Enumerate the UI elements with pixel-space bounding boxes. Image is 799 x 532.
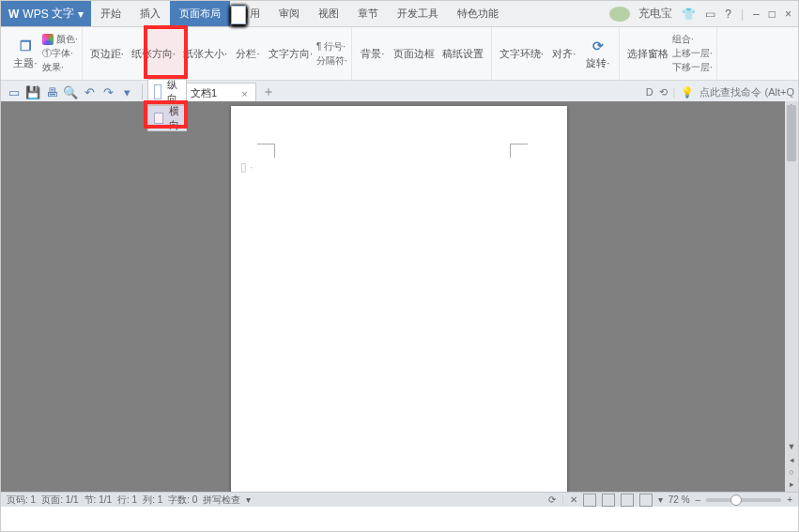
tab-page-layout[interactable]: 页面布局 [170, 1, 230, 26]
window-max-button[interactable]: □ [766, 8, 778, 21]
workspace: ▯ · ▲ ▼ ◂ ○ ▸ [1, 101, 798, 493]
status-page-count[interactable]: 页面: 1/1 [41, 494, 78, 507]
line-number-button[interactable]: ¶ 行号· [316, 40, 347, 53]
search-command-hint[interactable]: 点此查找命令 (Alt+Q [699, 85, 794, 99]
orientation-portrait[interactable]: 纵向 [147, 79, 187, 105]
group-button[interactable]: 组合· [672, 33, 713, 46]
window-min-button[interactable]: – [750, 8, 762, 21]
background-button[interactable]: 背景· [356, 29, 390, 78]
zoom-value[interactable]: 72 % [668, 494, 690, 505]
theme-icon: ❒ [17, 38, 34, 54]
new-tab-button[interactable]: ＋ [262, 84, 275, 100]
portrait-icon [154, 84, 161, 99]
refresh-icon[interactable]: ⟲ [659, 86, 668, 99]
rotate-button[interactable]: ⟳旋转· [581, 29, 615, 78]
tab-start[interactable]: 开始 [91, 1, 131, 26]
effect-button[interactable]: 效果· [42, 61, 78, 74]
color-icon [42, 34, 54, 45]
status-page-number[interactable]: 页码: 1 [7, 494, 36, 507]
print-icon[interactable]: 🖶 [44, 84, 59, 99]
doc-tab-close-icon[interactable]: × [241, 88, 247, 99]
ribbon: ❒ 主题· 颜色· ①字体· 效果· 页边距· 纸张方向· 纸张大小· 分栏· … [1, 27, 798, 81]
zoom-slider[interactable] [706, 498, 781, 502]
more-icon[interactable]: ▾ [119, 84, 134, 99]
text-wrap-button[interactable]: 文字环绕· [496, 29, 547, 78]
brand-prefix: WPS [23, 8, 48, 21]
orientation-dropdown: 纵向 横向 [147, 79, 187, 131]
page-border-button[interactable]: 页面边框 [390, 29, 438, 78]
ribbon-group-page: 页边距· 纸张方向· 纸张大小· 分栏· 文字方向· ¶ 行号· 分隔符· [83, 27, 352, 80]
status-spellcheck[interactable]: 拼写检查 [203, 494, 240, 507]
zoom-out-button[interactable]: – [696, 494, 701, 505]
margin-corner-tl [257, 144, 275, 158]
view-mode-outline-icon[interactable] [639, 494, 653, 507]
orientation-landscape[interactable]: 横向 [147, 105, 187, 131]
margin-button[interactable]: 页边距· [86, 29, 128, 78]
d-icon[interactable]: D [646, 86, 653, 98]
tab-chapter[interactable]: 章节 [348, 1, 388, 26]
open-icon[interactable]: ▭ [7, 84, 22, 99]
scroll-down-icon[interactable]: ▼ [785, 442, 798, 455]
tab-review[interactable]: 审阅 [269, 1, 309, 26]
zoom-dropdown-icon[interactable]: ▾ [658, 494, 663, 505]
columns-button[interactable]: 分栏· [231, 29, 265, 78]
tab-view[interactable]: 视图 [309, 1, 348, 26]
status-bar: 页码: 1 页面: 1/1 节: 1/1 行: 1 列: 1 字数: 0 拼写检… [1, 492, 798, 507]
margin-corner-tr [510, 144, 528, 158]
prev-page-icon[interactable]: ◂ [785, 455, 798, 468]
ribbon-group-theme: ❒ 主题· 颜色· ①字体· 效果· [5, 27, 83, 80]
zoom-in-button[interactable]: + [787, 494, 792, 505]
undo-icon[interactable]: ↶ [82, 84, 97, 99]
status-col[interactable]: 列: 1 [143, 494, 162, 507]
status-row[interactable]: 行: 1 [117, 494, 137, 507]
view-mode-print-icon[interactable] [583, 494, 596, 507]
align-button[interactable]: 对齐· [547, 29, 581, 78]
selection-pane-icon [231, 6, 246, 24]
account-name[interactable]: 充电宝 [636, 6, 675, 22]
view-mode-read-icon[interactable] [602, 494, 615, 507]
document-page[interactable]: ▯ · [231, 106, 567, 493]
color-button[interactable]: 颜色· [42, 33, 78, 46]
send-backward-button[interactable]: 下移一层· [672, 61, 713, 74]
theme-button[interactable]: ❒ 主题· [8, 29, 42, 78]
tab-insert[interactable]: 插入 [131, 1, 170, 26]
status-dropdown-icon[interactable]: ▾ [246, 494, 251, 505]
bulb-icon: 💡 [681, 86, 694, 99]
grid-paper-button[interactable]: 稿纸设置 [438, 29, 487, 78]
size-button[interactable]: 纸张大小· [179, 29, 231, 78]
tab-special[interactable]: 特色功能 [448, 1, 508, 26]
title-right: 充电宝 👕 ▭ ? | – □ × [609, 1, 794, 26]
redo-icon[interactable]: ↷ [100, 84, 115, 99]
main-tabs: 开始 插入 页面布局 引用 审阅 视图 章节 开发工具 特色功能 [91, 1, 508, 26]
window-close-button[interactable]: × [782, 8, 794, 21]
ribbon-group-layer: 选择窗格 组合· 上移一层· 下移一层· [620, 27, 717, 80]
view-mode-web-icon[interactable] [621, 494, 634, 507]
app-title-dropdown-icon[interactable]: ▾ [78, 8, 84, 21]
help-icon[interactable]: ? [722, 8, 734, 21]
scrollbar-thumb[interactable] [787, 105, 796, 161]
landscape-icon [154, 113, 163, 124]
next-page-icon[interactable]: ▸ [785, 479, 798, 493]
status-wordcount[interactable]: 字数: 0 [168, 494, 197, 507]
text-direction-button[interactable]: 文字方向· [265, 29, 316, 78]
fit-width-icon[interactable]: ✕ [570, 494, 577, 505]
orientation-button[interactable]: 纸张方向· [128, 29, 179, 78]
selection-pane-button[interactable]: 选择窗格 [623, 29, 672, 78]
app-title: W WPS 文字 ▾ [1, 1, 91, 26]
ribbon-group-background: 背景· 页面边框 稿纸设置 [352, 27, 492, 80]
avatar-icon[interactable] [609, 7, 630, 22]
doc-tab-name: 文档1 [191, 86, 217, 100]
ribbon-collapse-icon[interactable]: ▭ [702, 8, 718, 21]
save-icon[interactable]: 💾 [25, 84, 40, 99]
page-break-button[interactable]: 分隔符· [316, 54, 347, 68]
vertical-scrollbar[interactable]: ▲ ▼ ◂ ○ ▸ [785, 101, 798, 493]
preview-icon[interactable]: 🔍 [63, 84, 78, 99]
bring-forward-button[interactable]: 上移一层· [672, 47, 713, 60]
refresh-status-icon[interactable]: ⟳ [548, 494, 556, 505]
font-button[interactable]: ①字体· [42, 47, 78, 60]
skin-icon[interactable]: 👕 [679, 8, 699, 21]
status-section[interactable]: 节: 1/1 [85, 494, 112, 507]
zoom-slider-knob[interactable] [730, 494, 742, 506]
tab-devtools[interactable]: 开发工具 [388, 1, 448, 26]
browse-object-icon[interactable]: ○ [785, 467, 798, 480]
